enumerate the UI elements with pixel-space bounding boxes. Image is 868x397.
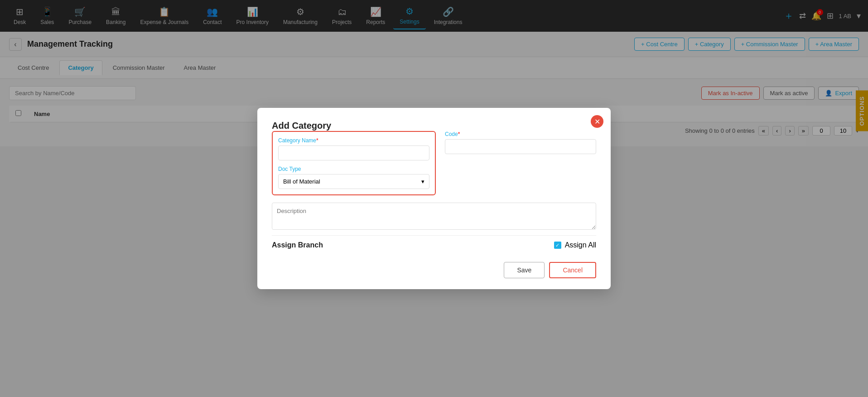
modal-title: Add Category xyxy=(272,121,331,131)
cancel-button[interactable]: Cancel xyxy=(549,262,596,278)
assign-branch-label: Assign Branch xyxy=(272,241,323,249)
doc-type-select[interactable]: Bill of Material ▾ xyxy=(278,174,429,189)
modal-form-row-top: Category Name* Doc Type Bill of Material… xyxy=(272,131,596,195)
doc-type-value: Bill of Material xyxy=(283,178,320,185)
modal-footer: Save Cancel xyxy=(272,262,596,278)
assign-all-row: ✓ Assign All xyxy=(554,241,596,249)
category-name-input[interactable] xyxy=(278,145,429,160)
add-category-modal: Add Category ✕ Category Name* Doc Type B… xyxy=(257,108,611,289)
save-button[interactable]: Save xyxy=(504,262,545,278)
code-label: Code* xyxy=(445,131,596,137)
doc-type-label: Doc Type xyxy=(278,166,429,172)
description-group xyxy=(272,203,596,230)
description-input[interactable] xyxy=(272,203,596,230)
assign-all-label: Assign All xyxy=(565,241,596,249)
modal-overlay: Add Category ✕ Category Name* Doc Type B… xyxy=(0,0,868,397)
doc-type-group: Doc Type Bill of Material ▾ xyxy=(278,166,429,189)
save-label: Save xyxy=(517,266,531,274)
modal-left-section: Category Name* Doc Type Bill of Material… xyxy=(272,131,436,195)
assign-branch-row: Assign Branch ✓ Assign All xyxy=(272,235,596,255)
modal-close-button[interactable]: ✕ xyxy=(591,115,603,128)
code-group: Code* xyxy=(445,131,596,195)
category-name-label: Category Name* xyxy=(278,137,429,144)
cancel-label: Cancel xyxy=(563,266,583,274)
code-input[interactable] xyxy=(445,139,596,154)
category-name-group: Category Name* xyxy=(278,137,429,160)
modal-right-section: Code* xyxy=(445,131,596,195)
assign-all-checkbox[interactable]: ✓ xyxy=(554,242,561,249)
doc-type-chevron-icon: ▾ xyxy=(421,178,424,185)
